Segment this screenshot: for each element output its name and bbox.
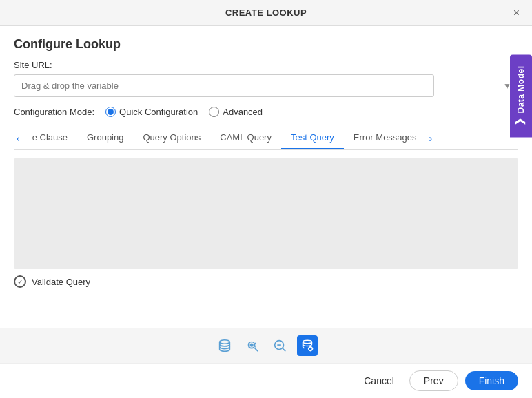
close-button[interactable]: × bbox=[509, 6, 524, 20]
tab-grouping[interactable]: Grouping bbox=[77, 127, 133, 149]
database-icon bbox=[217, 338, 232, 353]
radio-quick-config[interactable]: Quick Configuration bbox=[105, 107, 198, 117]
svg-point-8 bbox=[309, 347, 313, 351]
tab-caml-query[interactable]: CAML Query bbox=[210, 127, 281, 149]
test-query-content-area bbox=[14, 158, 518, 269]
database-settings-icon-btn[interactable] bbox=[297, 335, 318, 356]
data-model-label: Data Model bbox=[516, 66, 526, 114]
svg-point-3 bbox=[250, 344, 253, 346]
footer-row: Cancel Prev Finish bbox=[0, 363, 532, 398]
radio-advanced-input[interactable] bbox=[209, 107, 219, 117]
database-settings-icon bbox=[300, 338, 315, 353]
settings-search-icon bbox=[245, 338, 260, 353]
radio-quick-config-label: Quick Configuration bbox=[119, 107, 198, 117]
dialog-body: Configure Lookup Site URL: ▼ Configurati… bbox=[0, 26, 532, 328]
tab-e-clause[interactable]: e Clause bbox=[23, 127, 77, 149]
finish-button[interactable]: Finish bbox=[465, 371, 518, 390]
tab-query-options[interactable]: Query Options bbox=[133, 127, 210, 149]
tabs-bar: ‹ e Clause Grouping Query Options CAML Q… bbox=[14, 127, 518, 150]
data-model-arrow-icon: ❮ bbox=[515, 118, 526, 127]
validate-icon: ✓ bbox=[14, 275, 26, 288]
config-mode-label: Configuration Mode: bbox=[14, 107, 94, 117]
radio-advanced-label: Advanced bbox=[223, 107, 263, 117]
data-model-tab[interactable]: ❮ Data Model bbox=[510, 55, 532, 138]
radio-advanced[interactable]: Advanced bbox=[209, 107, 263, 117]
validate-query-row[interactable]: ✓ Validate Query bbox=[14, 275, 518, 288]
site-url-input[interactable] bbox=[14, 74, 434, 97]
cancel-button[interactable]: Cancel bbox=[356, 371, 402, 390]
svg-line-2 bbox=[255, 348, 258, 352]
database-icon-btn[interactable] bbox=[214, 335, 235, 356]
site-url-dropdown-wrapper: ▼ bbox=[14, 74, 518, 97]
radio-quick-config-input[interactable] bbox=[105, 107, 116, 117]
configure-lookup-title: Configure Lookup bbox=[14, 37, 518, 52]
dialog-title: CREATE LOOKUP bbox=[225, 8, 307, 18]
tab-error-messages[interactable]: Error Messages bbox=[344, 127, 427, 149]
create-lookup-dialog: CREATE LOOKUP × ❮ Data Model Configure L… bbox=[0, 0, 532, 398]
dialog-header: CREATE LOOKUP × bbox=[0, 0, 532, 26]
tab-test-query[interactable]: Test Query bbox=[281, 127, 344, 149]
site-url-label: Site URL: bbox=[14, 60, 518, 70]
toolbar-row bbox=[0, 328, 532, 363]
settings-search-icon-btn[interactable] bbox=[242, 335, 263, 356]
tab-scroll-left[interactable]: ‹ bbox=[14, 129, 23, 147]
svg-line-6 bbox=[283, 348, 285, 351]
zoom-out-icon-btn[interactable] bbox=[269, 335, 290, 356]
svg-point-0 bbox=[220, 340, 230, 344]
zoom-out-icon bbox=[272, 338, 287, 353]
validate-query-label: Validate Query bbox=[32, 277, 90, 287]
prev-button[interactable]: Prev bbox=[409, 370, 458, 391]
tab-scroll-right[interactable]: › bbox=[427, 129, 436, 147]
config-mode-row: Configuration Mode: Quick Configuration … bbox=[14, 107, 518, 117]
svg-point-7 bbox=[303, 340, 312, 344]
radio-group: Quick Configuration Advanced bbox=[105, 107, 263, 117]
